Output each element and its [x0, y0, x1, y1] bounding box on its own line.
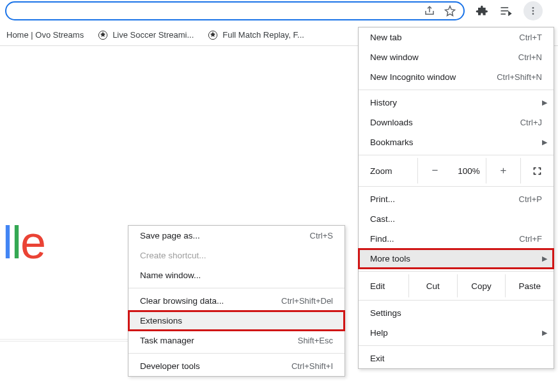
star-icon[interactable]	[444, 5, 456, 17]
toolbar-icons	[465, 1, 553, 20]
submenu-extensions[interactable]: Extensions	[128, 311, 345, 331]
chevron-right-icon: ▶	[542, 329, 547, 337]
zoom-label: Zoom	[359, 166, 417, 176]
submenu-developer-tools[interactable]: Developer toolsCtrl+Shift+I	[128, 356, 345, 376]
menu-separator	[359, 155, 554, 155]
chevron-right-icon: ▶	[542, 138, 547, 146]
menu-history[interactable]: History▶	[359, 93, 554, 113]
submenu-save-page[interactable]: Save page as...Ctrl+S	[128, 226, 345, 246]
omnibox[interactable]	[5, 1, 465, 20]
extensions-icon[interactable]	[475, 4, 488, 17]
menu-exit[interactable]: Exit	[359, 349, 554, 368]
menu-downloads[interactable]: DownloadsCtrl+J	[359, 113, 554, 132]
menu-new-tab[interactable]: New tabCtrl+T	[359, 27, 554, 47]
svg-point-0	[532, 7, 534, 9]
fullscreen-button[interactable]	[520, 158, 554, 184]
bookmark-label: Live Soccer Streami...	[112, 30, 194, 40]
google-logo-partial: lle	[3, 216, 45, 269]
chrome-main-menu: New tabCtrl+T New windowCtrl+N New Incog…	[358, 27, 554, 369]
submenu-name-window[interactable]: Name window...	[128, 265, 345, 285]
paste-button[interactable]: Paste	[505, 274, 554, 297]
bookmark-item[interactable]: Home | Ovo Streams	[6, 30, 84, 40]
zoom-percent: 100%	[452, 158, 486, 184]
menu-edit-row: Edit Cut Copy Paste	[359, 274, 554, 297]
menu-separator	[359, 300, 554, 301]
menu-incognito[interactable]: New Incognito windowCtrl+Shift+N	[359, 67, 554, 87]
submenu-create-shortcut: Create shortcut...	[128, 246, 345, 265]
submenu-clear-data[interactable]: Clear browsing data...Ctrl+Shift+Del	[128, 291, 345, 311]
share-icon[interactable]	[424, 5, 435, 17]
menu-find[interactable]: Find...Ctrl+F	[359, 229, 554, 249]
svg-point-2	[532, 13, 534, 15]
bookmark-item[interactable]: Full Match Replay, F...	[208, 30, 304, 40]
chevron-right-icon: ▶	[542, 255, 547, 263]
soccer-icon	[98, 30, 108, 40]
bookmark-label: Home | Ovo Streams	[6, 30, 84, 40]
menu-separator	[359, 345, 554, 346]
menu-separator	[128, 353, 345, 354]
soccer-icon	[208, 30, 218, 40]
separator	[0, 339, 128, 341]
zoom-out-button[interactable]: −	[417, 158, 452, 184]
more-button[interactable]	[523, 1, 543, 20]
submenu-task-manager[interactable]: Task managerShift+Esc	[128, 331, 345, 350]
menu-zoom-row: Zoom − 100% +	[359, 158, 554, 184]
zoom-in-button[interactable]: +	[486, 158, 520, 184]
menu-separator	[359, 271, 554, 272]
menu-separator	[359, 90, 554, 90]
menu-help[interactable]: Help▶	[359, 323, 554, 343]
menu-settings[interactable]: Settings	[359, 303, 554, 323]
menu-cast[interactable]: Cast...	[359, 209, 554, 229]
edit-label: Edit	[359, 281, 408, 291]
menu-more-tools[interactable]: More tools▶	[359, 249, 554, 269]
svg-point-1	[532, 10, 534, 12]
more-tools-submenu: Save page as...Ctrl+S Create shortcut...…	[128, 225, 345, 377]
menu-separator	[359, 186, 554, 187]
chevron-right-icon: ▶	[542, 98, 547, 107]
menu-separator	[128, 288, 345, 288]
menu-new-window[interactable]: New windowCtrl+N	[359, 47, 554, 67]
omnibox-row	[0, 0, 558, 22]
copy-button[interactable]: Copy	[457, 274, 506, 297]
bookmark-item[interactable]: Live Soccer Streami...	[98, 30, 194, 40]
menu-print[interactable]: Print...Ctrl+P	[359, 189, 554, 209]
menu-bookmarks[interactable]: Bookmarks▶	[359, 132, 554, 152]
media-control-icon[interactable]	[499, 4, 512, 17]
bookmark-label: Full Match Replay, F...	[222, 30, 304, 40]
cut-button[interactable]: Cut	[408, 274, 457, 297]
